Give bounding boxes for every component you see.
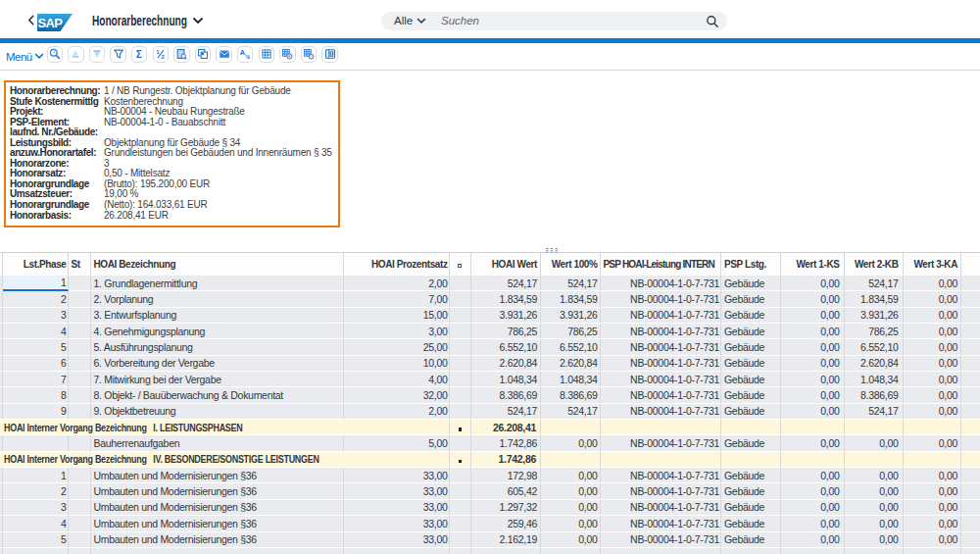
svg-text:1: 1	[156, 49, 160, 55]
svg-text:2: 2	[161, 54, 165, 60]
svg-text:A: A	[240, 48, 246, 57]
svg-text:Σ: Σ	[136, 49, 142, 60]
svg-text:SAP: SAP	[38, 16, 64, 30]
